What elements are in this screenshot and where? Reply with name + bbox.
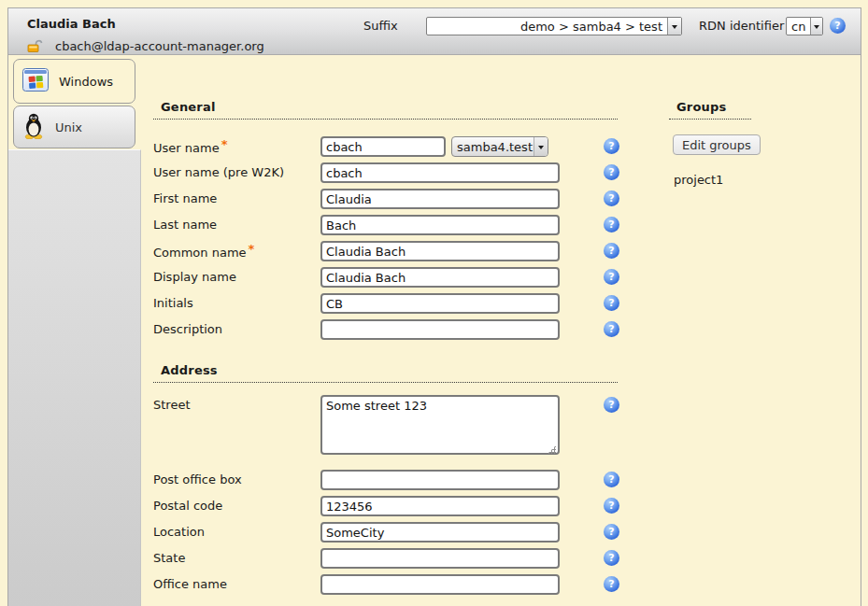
help-icon[interactable]: ? [604,295,619,311]
field-label: Display name [153,267,320,288]
suffix-label: Suffix [363,19,398,33]
main-area: Windows Unix General User name* [8,55,861,606]
account-title: Claudia Bach [27,17,116,31]
location-row: Location ? [153,522,560,543]
field-label: User name (pre W2K) [153,162,320,183]
state-row: State ? [153,548,560,569]
rdn-identifier-select[interactable]: cn [786,17,823,35]
user-name-row: User name* samba4.test ? [153,136,548,157]
field-label: First name [153,189,320,209]
edit-groups-button[interactable]: Edit groups [673,134,761,155]
initials-row: Initials ? [153,293,560,314]
description-row: Description ? [153,319,560,340]
first-name-input[interactable] [320,189,560,209]
office-name-row: Office name ? [153,574,560,595]
help-icon[interactable]: ? [604,138,619,154]
unlock-icon [27,39,43,56]
help-icon[interactable]: ? [604,269,619,285]
help-icon[interactable]: ? [604,576,619,592]
field-label: Postal code [153,496,320,516]
group-member: project1 [674,173,723,187]
section-heading-address: Address [153,363,618,383]
required-marker: * [221,137,228,151]
header-bar: Claudia Bach Suffix demo > samba4 > test… [8,8,861,55]
tab-unix-label: Unix [55,120,82,134]
user-name-pre-w2k-row: User name (pre W2K) ? [153,162,560,183]
street-row: Street Some street 123 ? [153,395,560,455]
field-label: Location [153,522,320,543]
help-icon[interactable]: ? [604,190,619,206]
post-office-box-row: Post office box ? [153,470,560,490]
postal-code-input[interactable] [320,496,560,516]
help-icon[interactable]: ? [604,550,619,566]
help-icon[interactable]: ? [604,321,619,337]
help-icon[interactable]: ? [604,524,619,540]
common-name-input[interactable] [320,241,560,261]
suffix-select-value: demo > samba4 > test [427,20,667,34]
domain-select[interactable]: samba4.test [451,136,548,157]
display-name-input[interactable] [320,267,560,288]
field-label: Common name* [153,239,320,263]
domain-select-value: samba4.test [452,140,534,154]
suffix-select[interactable]: demo > samba4 > test [426,17,682,35]
chevron-down-icon[interactable] [534,137,548,156]
account-edit-window: Claudia Bach Suffix demo > samba4 > test… [7,7,861,606]
chevron-down-icon[interactable] [810,18,822,35]
state-input[interactable] [320,548,560,569]
office-name-input[interactable] [320,574,560,595]
user-name-pre-w2k-input[interactable] [320,162,560,183]
common-name-row: Common name* ? [153,241,560,261]
post-office-box-input[interactable] [320,470,560,490]
field-label: State [153,548,320,569]
rdn-identifier-label: RDN identifier [699,19,784,33]
tux-penguin-icon [22,113,45,142]
help-icon[interactable]: ? [604,397,619,413]
field-label: Office name [153,574,320,595]
field-label: Street [153,395,320,414]
location-input[interactable] [320,522,560,543]
rdn-select-value: cn [787,20,810,34]
section-heading-groups: Groups [669,100,751,120]
field-label: Post office box [153,470,320,490]
help-icon[interactable]: ? [604,243,619,259]
help-icon[interactable]: ? [604,164,619,180]
help-icon[interactable]: ? [604,217,619,233]
field-label: Initials [153,293,320,314]
last-name-row: Last name ? [153,215,560,235]
field-label: Description [153,319,320,340]
chevron-down-icon[interactable] [667,18,681,35]
tab-unix[interactable]: Unix [13,106,135,148]
field-label: User name* [153,134,320,159]
description-input[interactable] [320,319,560,340]
street-textarea[interactable]: Some street 123 [320,395,560,455]
help-icon[interactable]: ? [604,498,619,514]
help-icon[interactable]: ? [830,18,846,34]
display-name-row: Display name ? [153,267,560,288]
account-email: cbach@ldap-account-manager.org [55,39,264,53]
last-name-input[interactable] [320,215,560,235]
tab-windows-label: Windows [59,75,113,89]
user-name-input[interactable] [320,136,446,157]
windows-logo-icon [22,68,49,94]
tab-windows[interactable]: Windows [13,59,135,104]
sidebar-background [8,149,141,606]
field-label: Last name [153,215,320,235]
section-heading-general: General [153,100,618,120]
initials-input[interactable] [320,293,560,314]
required-marker: * [249,242,255,256]
first-name-row: First name ? [153,189,560,209]
postal-code-row: Postal code ? [153,496,560,516]
help-icon[interactable]: ? [604,472,619,487]
